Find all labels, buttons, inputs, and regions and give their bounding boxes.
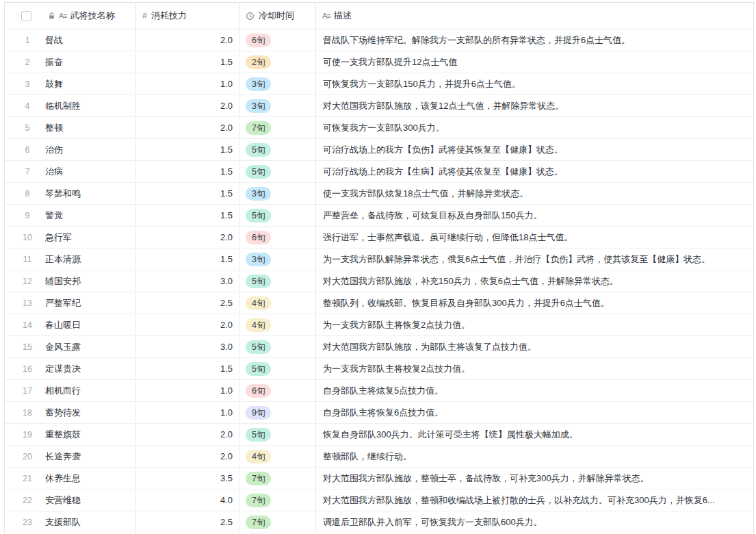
cell-cost[interactable]: 4.0 (136, 490, 239, 511)
cell-desc[interactable]: 自身部队主将恢复6点技力值。 (316, 402, 753, 423)
cell-name[interactable]: 12 辅国安邦 (5, 270, 136, 292)
cell-name[interactable]: 21 休养生息 (5, 468, 136, 489)
cell-desc[interactable]: 自身部队主将炫复5点技力值。 (316, 380, 753, 401)
table-row[interactable]: 12 辅国安邦 3.0 5旬 对大范国我方部队施放，补充150兵力，依复6点士气… (5, 270, 753, 292)
cell-name[interactable]: 13 严整军纪 (5, 292, 136, 314)
cell-desc[interactable]: 使一支我方部队炫复18点士气值，并解除异党状态。 (316, 183, 753, 204)
cell-cost[interactable]: 2.0 (136, 117, 239, 138)
cell-cooldown[interactable]: 3旬 (239, 183, 316, 204)
cooldown-badge[interactable]: 6旬 (246, 384, 271, 398)
cell-desc[interactable]: 督战队下场维持军纪。解除我方一支部队的所有异常状态，并提升6点士气值。 (316, 29, 753, 51)
cell-cost[interactable]: 1.5 (136, 139, 239, 160)
cell-cost[interactable]: 2.0 (136, 95, 239, 116)
cell-desc[interactable]: 调遣后卫部队并入前军，可恢复我方一支部队600兵力。 (316, 511, 753, 533)
cooldown-badge[interactable]: 6旬 (246, 231, 271, 244)
cooldown-badge[interactable]: 5旬 (246, 275, 271, 288)
table-row[interactable]: 5 整顿 2.0 7旬 可恢复我方一支部队300兵力。 (5, 117, 753, 139)
cell-cost[interactable]: 1.0 (136, 73, 239, 94)
table-row[interactable]: 4 临机制胜 2.0 3旬 对大范国我方部队施放，该复12点士气值，并解除异常状… (5, 95, 753, 117)
skill-name[interactable]: 安营维稳 (45, 494, 81, 507)
cell-desc[interactable]: 对大范围我方部队施放，整顿士卒，备战待敌，可补充300兵力，并解除异常状态。 (316, 468, 753, 489)
cell-cost[interactable]: 2.0 (136, 29, 239, 51)
cooldown-badge[interactable]: 5旬 (246, 362, 271, 376)
skill-name[interactable]: 琴瑟和鸣 (45, 188, 81, 200)
cooldown-badge[interactable]: 3旬 (246, 253, 271, 266)
cell-cooldown[interactable]: 6旬 (239, 29, 316, 51)
table-row[interactable]: 2 振奋 1.5 2旬 可使一支我方部队提升12点士气值 (5, 51, 753, 73)
column-header-name[interactable]: A≡ 武将技名称 (5, 3, 136, 29)
cooldown-badge[interactable]: 7旬 (246, 472, 271, 485)
table-row[interactable]: 9 警觉 1.5 5旬 严整营垒，备战待敌，可炫复目标及自身部队150兵力。 (5, 205, 753, 227)
table-row[interactable]: 21 休养生息 3.5 7旬 对大范围我方部队施放，整顿士卒，备战待敌，可补充3… (5, 468, 753, 490)
cell-cooldown[interactable]: 5旬 (239, 139, 316, 160)
cell-name[interactable]: 3 鼓舞 (5, 73, 136, 94)
table-row[interactable]: 15 金风玉露 3.0 5旬 对大范国我方部队施放，为部队主将该复了点技力值。 (5, 336, 753, 358)
cell-cost[interactable]: 1.0 (136, 402, 239, 423)
table-row[interactable]: 11 正本清源 1.5 3旬 为一支我方部队解除异常状态，俄复6点士气值，并治疗… (5, 249, 753, 270)
cell-name[interactable]: 14 春山暖日 (5, 314, 136, 335)
cell-name[interactable]: 11 正本清源 (5, 249, 136, 270)
cell-cooldown[interactable]: 2旬 (239, 51, 316, 73)
table-row[interactable]: 8 琴瑟和鸣 1.5 3旬 使一支我方部队炫复18点士气值，并解除异党状态。 (5, 183, 753, 205)
table-row[interactable]: 17 相机而行 1.0 6旬 自身部队主将炫复5点技力值。 (5, 380, 753, 402)
table-row[interactable]: 19 重整旗鼓 2.0 5旬 恢复自身部队300兵力。此计策可受主将【统】属性极… (5, 424, 753, 446)
cell-cooldown[interactable]: 3旬 (239, 249, 316, 270)
skill-name[interactable]: 督战 (45, 34, 63, 47)
cell-cooldown[interactable]: 4旬 (239, 446, 316, 467)
table-row[interactable]: 23 支援部队 2.5 7旬 调遣后卫部队并入前军，可恢复我方一支部队600兵力… (5, 511, 753, 533)
cell-cost[interactable]: 1.0 (136, 380, 239, 401)
skill-name[interactable]: 整顿 (45, 122, 63, 134)
skill-name[interactable]: 辅国安邦 (45, 275, 81, 288)
cell-desc[interactable]: 严整营垒，备战待敌，可炫复目标及自身部队150兵力。 (316, 205, 753, 226)
cell-cooldown[interactable]: 5旬 (239, 205, 316, 226)
skill-name[interactable]: 治伤 (45, 144, 63, 156)
cooldown-badge[interactable]: 5旬 (246, 340, 271, 354)
column-header-cost[interactable]: # 消耗技力 (136, 3, 239, 29)
cooldown-badge[interactable]: 5旬 (246, 143, 271, 157)
cooldown-badge[interactable]: 3旬 (246, 187, 271, 201)
skill-name[interactable]: 休养生息 (45, 472, 81, 485)
cooldown-badge[interactable]: 9旬 (246, 406, 271, 420)
cell-name[interactable]: 1 督战 (5, 29, 136, 51)
cell-cost[interactable]: 3.0 (136, 336, 239, 357)
cell-desc[interactable]: 为一支我方部队主将恢复2点技力值。 (316, 314, 753, 335)
cell-desc[interactable]: 恢复自身部队300兵力。此计策可受主将【统】属性极大幅加成。 (316, 424, 753, 445)
skill-name[interactable]: 严整军纪 (45, 297, 81, 309)
cell-desc[interactable]: 为一支我方部队主将校复2点技力值。 (316, 358, 753, 379)
cell-cooldown[interactable]: 5旬 (239, 358, 316, 379)
cell-cooldown[interactable]: 6旬 (239, 380, 316, 401)
skill-name[interactable]: 正本清源 (45, 253, 81, 266)
cooldown-badge[interactable]: 7旬 (246, 121, 271, 135)
cell-cooldown[interactable]: 3旬 (239, 95, 316, 116)
skill-name[interactable]: 金风玉露 (45, 341, 81, 353)
cooldown-badge[interactable]: 5旬 (246, 165, 271, 179)
cell-desc[interactable]: 可恢复我方一支部队150兵力，并提升6点士气值。 (316, 73, 753, 94)
skill-name[interactable]: 急行军 (45, 231, 72, 244)
cell-desc[interactable]: 对大范国我方部队施放，为部队主将该复了点技力值。 (316, 336, 753, 357)
skill-name[interactable]: 警觉 (45, 209, 63, 222)
cell-name[interactable]: 15 金风玉露 (5, 336, 136, 357)
cell-name[interactable]: 9 警觉 (5, 205, 136, 226)
cell-cost[interactable]: 3.0 (136, 270, 239, 292)
cell-name[interactable]: 2 振奋 (5, 51, 136, 73)
cell-cost[interactable]: 2.5 (136, 511, 239, 533)
cell-cost[interactable]: 1.5 (136, 183, 239, 204)
column-header-desc[interactable]: A≡ 描述 (316, 3, 753, 29)
cell-cooldown[interactable]: 7旬 (239, 511, 316, 533)
skill-name[interactable]: 相机而行 (45, 385, 81, 397)
cell-name[interactable]: 4 临机制胜 (5, 95, 136, 116)
skill-name[interactable]: 支援部队 (45, 516, 81, 529)
skill-name[interactable]: 重整旗鼓 (45, 429, 81, 441)
select-all-checkbox[interactable] (21, 11, 31, 21)
skill-name[interactable]: 春山暖日 (45, 319, 81, 331)
cooldown-badge[interactable]: 4旬 (246, 296, 271, 310)
cell-desc[interactable]: 可恢复我方一支部队300兵力。 (316, 117, 753, 138)
cell-desc[interactable]: 对大范国我方部队施放，该复12点士气值，并解除异常状态。 (316, 95, 753, 116)
cell-cooldown[interactable]: 6旬 (239, 227, 316, 248)
table-row[interactable]: 13 严整军纪 2.5 4旬 整顿队列，收编残部。恢复目标及自身部队300兵力，… (5, 292, 753, 314)
cell-name[interactable]: 8 琴瑟和鸣 (5, 183, 136, 204)
cell-cooldown[interactable]: 5旬 (239, 336, 316, 357)
cooldown-badge[interactable]: 4旬 (246, 450, 271, 463)
cell-name[interactable]: 19 重整旗鼓 (5, 424, 136, 445)
cell-cost[interactable]: 1.5 (136, 205, 239, 226)
